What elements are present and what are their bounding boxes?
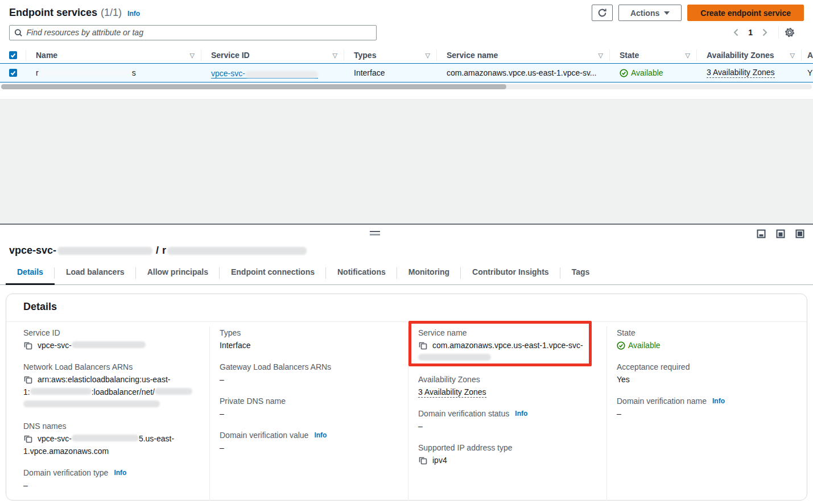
settings-gear-icon[interactable]	[785, 27, 795, 38]
actions-button[interactable]: Actions	[618, 5, 682, 21]
field-glb-arns: Gateway Load Balancers ARNs –	[220, 361, 397, 386]
availability-zones-popover[interactable]: 3 Availability Zones	[707, 68, 775, 78]
toolbar: 1	[0, 21, 813, 40]
info-link[interactable]: Info	[114, 466, 126, 479]
redacted-name	[40, 69, 131, 76]
scrollbar-thumb[interactable]	[1, 84, 506, 89]
empty-area	[0, 100, 813, 224]
column-header-service-name[interactable]: Service name▽	[437, 47, 610, 63]
service-id-link[interactable]: vpce-svc-	[211, 68, 318, 79]
endpoint-services-table: Name▽ Service ID▽ Types▽ Service name▽ S…	[0, 47, 813, 89]
info-link[interactable]: Info	[314, 429, 327, 441]
column-header-types[interactable]: Types▽	[344, 47, 437, 63]
tab-monitoring[interactable]: Monitoring	[397, 267, 461, 284]
column-header-service-id[interactable]: Service ID▽	[201, 47, 344, 63]
field-domain-verification-status: Domain verification statusInfo –	[418, 407, 595, 432]
redacted-account-id	[30, 388, 92, 395]
field-acceptance-required: Acceptance required Yes	[617, 361, 795, 386]
cell-service-name: com.amazonaws.vpce.us-east-1.vpce-sv...	[437, 64, 610, 82]
availability-zones-popover[interactable]: 3 Availability Zones	[418, 387, 486, 398]
split-panel-drag-handle[interactable]	[370, 231, 380, 236]
redacted-service-id	[245, 71, 318, 78]
tab-tags[interactable]: Tags	[560, 267, 601, 284]
filter-icon[interactable]: ▽	[190, 52, 195, 59]
search-box[interactable]	[9, 25, 377, 40]
table-header: Name▽ Service ID▽ Types▽ Service name▽ S…	[0, 47, 813, 63]
cell-name: rs	[26, 64, 201, 82]
tab-load-balancers[interactable]: Load balancers	[55, 267, 136, 284]
copy-icon[interactable]	[23, 434, 32, 443]
redacted-arn-tail	[23, 400, 160, 407]
field-types: Types Interface	[220, 327, 397, 352]
field-domain-verification-value: Domain verification valueInfo –	[220, 429, 397, 454]
field-dns-names: DNS names vpce-svc-5.us-east- 1.vpce.ama…	[23, 420, 198, 457]
caret-down-icon	[664, 11, 670, 15]
filter-icon[interactable]: ▽	[686, 52, 690, 59]
page-title: Endpoint services	[9, 7, 97, 19]
select-all-checkbox[interactable]	[9, 51, 17, 59]
refresh-icon	[597, 8, 607, 18]
tab-allow-principals[interactable]: Allow principals	[136, 267, 220, 284]
tab-contributor-insights[interactable]: Contributor Insights	[461, 267, 560, 284]
copy-icon[interactable]	[23, 375, 32, 384]
available-status-icon	[617, 341, 625, 350]
create-endpoint-service-button[interactable]: Create endpoint service	[687, 5, 804, 21]
column-header-availability-zones[interactable]: Availability Zones▽	[697, 47, 802, 63]
details-card: Details Service ID vpce-svc- Network Loa…	[6, 294, 807, 501]
page-number[interactable]: 1	[744, 28, 757, 37]
next-page-button[interactable]	[757, 28, 773, 36]
tab-details[interactable]: Details	[6, 267, 55, 284]
field-nlb-arns: Network Load Balancers ARNs arn:aws:elas…	[23, 361, 198, 411]
cell-acceptance: Y	[802, 64, 813, 82]
search-icon	[14, 28, 22, 37]
detail-panel-title: vpce-svc- / r	[0, 242, 813, 257]
redacted-service-id	[57, 247, 152, 255]
panel-position-bottom-icon[interactable]	[757, 229, 766, 238]
panel-position-full-icon[interactable]	[795, 229, 804, 238]
check-icon	[10, 70, 16, 76]
info-link[interactable]: Info	[712, 395, 725, 407]
details-card-title: Details	[6, 294, 807, 322]
field-availability-zones: Availability Zones 3 Availability Zones	[418, 373, 595, 398]
cell-availability-zones: 3 Availability Zones	[697, 64, 802, 82]
details-column-4: State Available Acceptance required Yes …	[606, 327, 807, 501]
pagination: 1	[728, 26, 795, 39]
field-domain-verification-type: Domain verification typeInfo –	[23, 466, 198, 491]
copy-icon[interactable]	[418, 456, 427, 465]
column-header-acceptance[interactable]: Ac	[802, 47, 813, 63]
resource-count: (1/1)	[101, 7, 122, 19]
table-row[interactable]: rs vpce-svc- Interface com.amazonaws.vpc…	[0, 63, 813, 82]
endpoint-services-section: Endpoint services (1/1) Info Actions Cre…	[0, 0, 813, 100]
refresh-button[interactable]	[592, 5, 613, 21]
filter-icon[interactable]: ▽	[426, 52, 430, 59]
details-column-2: Types Interface Gateway Load Balancers A…	[209, 327, 408, 501]
search-input[interactable]	[26, 28, 372, 37]
field-supported-ip: Supported IP address type ipv4	[418, 441, 595, 466]
cell-state: Available	[610, 64, 697, 82]
divider	[778, 26, 779, 39]
filter-icon[interactable]: ▽	[599, 52, 603, 59]
previous-page-button[interactable]	[728, 28, 744, 36]
info-link[interactable]: Info	[515, 407, 527, 420]
column-header-name[interactable]: Name▽	[26, 47, 201, 63]
detail-panel: vpce-svc- / r Details Load balancers All…	[0, 225, 813, 501]
select-all-cell[interactable]	[0, 47, 26, 63]
copy-icon[interactable]	[23, 341, 32, 350]
tab-notifications[interactable]: Notifications	[326, 267, 397, 284]
chevron-right-icon	[762, 28, 767, 36]
redacted-lb-name	[155, 388, 192, 395]
redacted-name	[167, 247, 307, 255]
tab-endpoint-connections[interactable]: Endpoint connections	[220, 267, 326, 284]
row-checkbox[interactable]	[9, 69, 17, 77]
cell-service-id: vpce-svc-	[201, 64, 344, 82]
panel-position-half-icon[interactable]	[776, 229, 785, 238]
cell-types: Interface	[344, 64, 437, 82]
filter-icon[interactable]: ▽	[790, 52, 795, 59]
field-state: State Available	[617, 327, 795, 352]
info-link[interactable]: Info	[127, 10, 140, 18]
available-status-icon	[620, 69, 628, 77]
column-header-state[interactable]: State▽	[610, 47, 697, 63]
row-select-cell[interactable]	[0, 64, 26, 82]
filter-icon[interactable]: ▽	[333, 52, 337, 59]
horizontal-scrollbar[interactable]	[1, 84, 812, 89]
